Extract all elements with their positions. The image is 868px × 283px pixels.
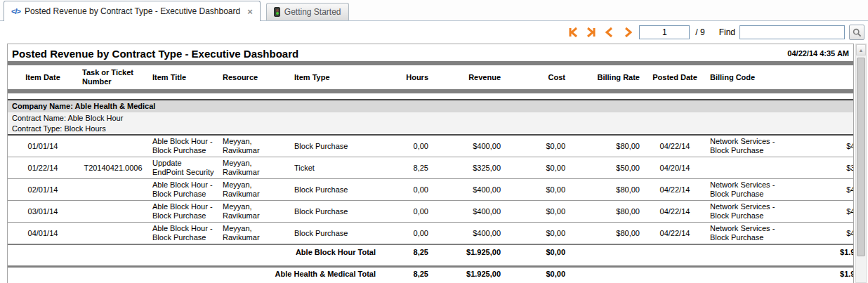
cell-item-title: Able Block Hour - Block Purchase xyxy=(148,179,218,201)
cell-resource: Meyyan, Ravikumar xyxy=(218,135,290,157)
cell-resource: Meyyan, Ravikumar xyxy=(218,223,290,245)
cell-revenue: $400,00 xyxy=(433,223,505,245)
table-row: 01/01/14 Able Block Hour - Block Purchas… xyxy=(8,135,854,157)
company-total-empty xyxy=(570,266,799,282)
contract-type-label: Contract Type: Block Hours xyxy=(8,124,854,135)
last-page-button[interactable] xyxy=(584,26,598,39)
company-total-cost: $0,00 xyxy=(505,266,570,282)
col-header-resource: Resource xyxy=(218,63,290,91)
report-page: Posted Revenue by Contract Type - Execut… xyxy=(7,44,854,283)
cell-billing-code: Network Services - Block Purchase xyxy=(706,201,799,223)
cell-cost: $0,00 xyxy=(505,201,570,223)
cell-resource: Meyyan, Ravikumar xyxy=(218,157,290,179)
tab-report[interactable]: </> Posted Revenue by Contract Type - Ex… xyxy=(4,1,261,21)
cell-cost: $0,00 xyxy=(505,179,570,201)
first-page-button[interactable] xyxy=(566,26,580,39)
vertical-scrollbar[interactable]: ▲ xyxy=(855,44,867,283)
close-icon[interactable]: × xyxy=(247,6,253,17)
report-header: Posted Revenue by Contract Type - Execut… xyxy=(8,44,853,61)
cell-item-date: 01/22/14 xyxy=(8,157,78,179)
cell-item-type: Ticket xyxy=(290,157,380,179)
company-name-label: Company Name: Able Health & Medical xyxy=(8,100,854,112)
cell-posted-date: 04/22/14 xyxy=(644,201,706,223)
cell-revenue: $400,00 xyxy=(433,135,505,157)
scrollbar-thumb[interactable] xyxy=(857,58,865,256)
cell-revenue: $400,00 xyxy=(433,201,505,223)
contract-name-label: Contract Name: Able Block Hour xyxy=(8,112,854,124)
previous-page-icon xyxy=(604,27,615,38)
page-title: Posted Revenue by Contract Type - Execut… xyxy=(12,48,298,60)
next-page-button[interactable] xyxy=(621,26,635,39)
contract-total-empty xyxy=(570,244,799,260)
cell-hours: 0,00 xyxy=(380,201,433,223)
table-row: 02/01/14 Able Block Hour - Block Purchas… xyxy=(8,179,854,201)
company-total-label: Able Health & Medical Total xyxy=(8,266,380,282)
cell-resource: Meyyan, Ravikumar xyxy=(218,201,290,223)
cell-item-date: 04/01/14 xyxy=(8,223,78,245)
contract-total-row: Able Block Hour Total 8,25 $1.925,00 $0,… xyxy=(8,244,854,260)
last-page-icon xyxy=(586,27,597,38)
col-header-profit: Profit xyxy=(799,63,854,91)
cell-item-date: 02/01/14 xyxy=(8,179,78,201)
page-number-input[interactable] xyxy=(639,25,690,39)
col-header-billing-rate: Billing Rate xyxy=(570,63,644,91)
cell-ticket-number xyxy=(78,179,148,201)
cell-posted-date: 04/20/14 xyxy=(644,157,706,179)
contract-total-profit: $1.925,00 xyxy=(799,244,854,260)
traffic-light-icon xyxy=(274,7,280,17)
cell-item-type: Block Purchase xyxy=(290,223,380,245)
table-row: 01/22/14 T20140421.0006 Uppdate EndPoint… xyxy=(8,157,854,179)
scroll-up-icon[interactable]: ▲ xyxy=(856,44,866,55)
search-button[interactable] xyxy=(849,25,864,40)
cell-item-type: Block Purchase xyxy=(290,201,380,223)
previous-page-button[interactable] xyxy=(603,26,617,39)
company-group-row: Company Name: Able Health & Medical xyxy=(8,100,854,112)
cell-ticket-number: T20140421.0006 xyxy=(78,157,148,179)
tab-bar: </> Posted Revenue by Contract Type - Ex… xyxy=(0,0,868,21)
cell-revenue: $325,00 xyxy=(433,157,505,179)
cell-item-type: Block Purchase xyxy=(290,135,380,157)
cell-item-date: 03/01/14 xyxy=(8,201,78,223)
tab-getting-started[interactable]: Getting Started xyxy=(266,3,349,20)
report-table: Item Date Task or Ticket Number Item Tit… xyxy=(8,61,854,282)
company-total-profit: $1.925,00 xyxy=(799,266,854,282)
cell-profit: $400,00 xyxy=(799,223,854,245)
company-total-row: Able Health & Medical Total 8,25 $1.925,… xyxy=(8,266,854,282)
cell-posted-date: 04/22/14 xyxy=(644,179,706,201)
find-input[interactable] xyxy=(739,25,845,39)
cell-billing-rate: $50,00 xyxy=(570,157,644,179)
cell-billing-code: Network Services - Block Purchase xyxy=(706,179,799,201)
company-total-hours: 8,25 xyxy=(380,266,433,282)
col-header-posted-date: Posted Date xyxy=(644,63,706,91)
cell-resource: Meyyan, Ravikumar xyxy=(218,179,290,201)
cell-posted-date: 04/22/14 xyxy=(644,223,706,245)
cell-cost: $0,00 xyxy=(505,223,570,245)
contract-type-row: Contract Type: Block Hours xyxy=(8,124,854,135)
cell-profit: $400,00 xyxy=(799,135,854,157)
contract-total-hours: 8,25 xyxy=(380,244,433,260)
col-header-billing-code: Billing Code xyxy=(706,63,799,91)
cell-billing-rate: $80,00 xyxy=(570,223,644,245)
cell-item-type: Block Purchase xyxy=(290,179,380,201)
column-header-row: Item Date Task or Ticket Number Item Tit… xyxy=(8,63,854,91)
cell-item-title: Able Block Hour - Block Purchase xyxy=(148,223,218,245)
cell-profit: $400,00 xyxy=(799,201,854,223)
cell-billing-code: Network Services - Block Purchase xyxy=(706,135,799,157)
spacer-row xyxy=(8,260,854,266)
cell-billing-code xyxy=(706,157,799,179)
table-row: 03/01/14 Able Block Hour - Block Purchas… xyxy=(8,201,854,223)
company-total-revenue: $1.925,00 xyxy=(433,266,505,282)
col-header-item-date: Item Date xyxy=(8,63,78,91)
col-header-revenue: Revenue xyxy=(433,63,505,91)
col-header-item-type: Item Type xyxy=(290,63,380,91)
cell-cost: $0,00 xyxy=(505,157,570,179)
col-header-cost: Cost xyxy=(505,63,570,91)
cell-profit: $400,00 xyxy=(799,179,854,201)
cell-hours: 0,00 xyxy=(380,135,433,157)
cell-billing-rate: $80,00 xyxy=(570,179,644,201)
contract-total-revenue: $1.925,00 xyxy=(433,244,505,260)
find-label: Find xyxy=(719,27,735,37)
col-header-ticket-number: Task or Ticket Number xyxy=(78,63,148,91)
col-header-item-title: Item Title xyxy=(148,63,218,91)
cell-item-title: Uppdate EndPoint Security xyxy=(148,157,218,179)
